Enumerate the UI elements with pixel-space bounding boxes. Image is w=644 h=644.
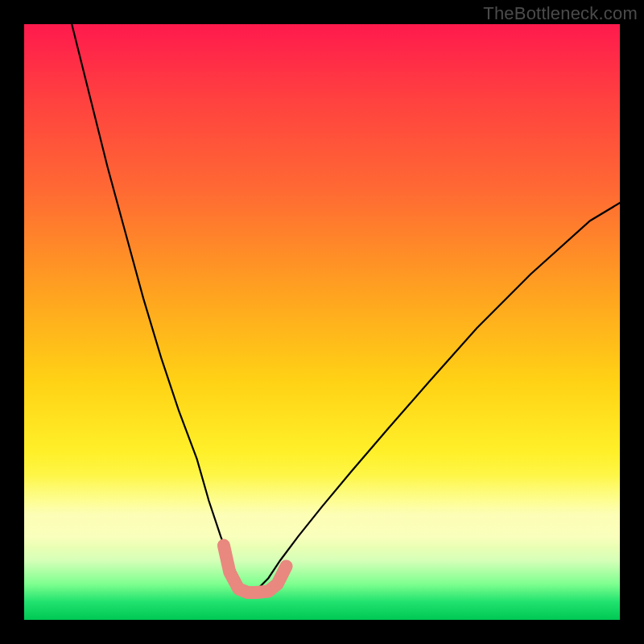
watermark-text: TheBottleneck.com	[483, 3, 638, 24]
bottleneck-curve	[72, 24, 620, 593]
plot-area	[24, 24, 620, 620]
curve-layer	[24, 24, 620, 620]
highlight-band	[224, 546, 287, 593]
chart-frame: TheBottleneck.com	[0, 0, 644, 644]
